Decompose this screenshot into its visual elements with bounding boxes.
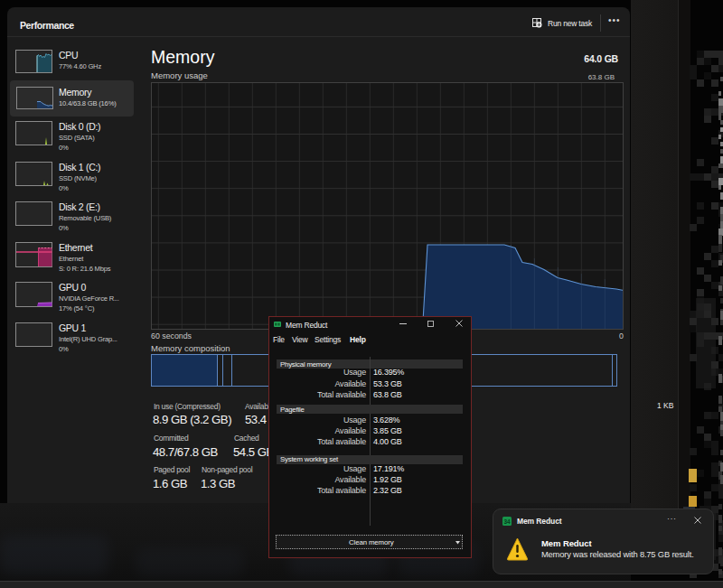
svg-text:34: 34 (503, 518, 511, 525)
